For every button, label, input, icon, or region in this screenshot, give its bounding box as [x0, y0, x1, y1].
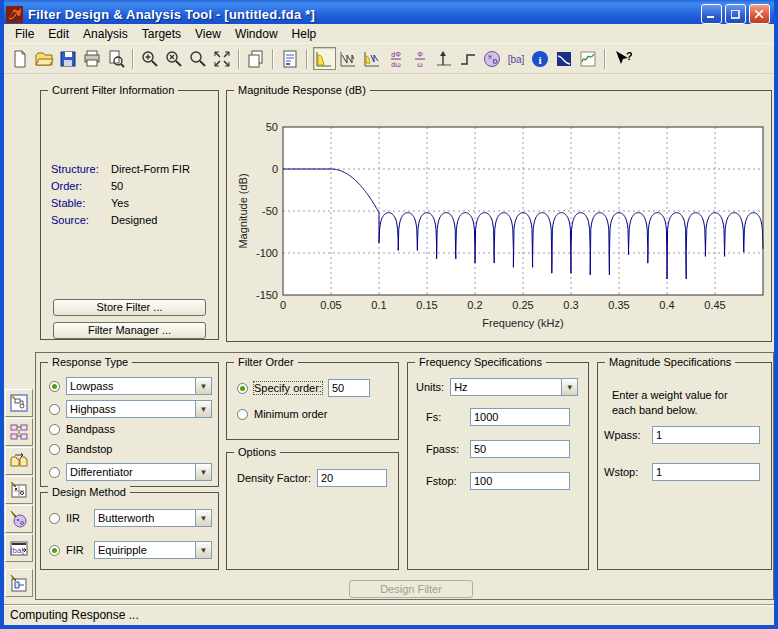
- zoom-in-icon[interactable]: [139, 47, 162, 70]
- svg-text:0.15: 0.15: [416, 299, 437, 311]
- fir-radio[interactable]: [49, 545, 60, 556]
- design-filter-button[interactable]: Design Filter: [349, 580, 473, 598]
- bandstop-radio[interactable]: [49, 444, 60, 455]
- pole-zero-icon[interactable]: [481, 47, 504, 70]
- lowpass-dropdown[interactable]: Lowpass▼: [66, 377, 212, 395]
- noise-psd-icon[interactable]: [577, 47, 600, 70]
- window-title: Filter Design & Analysis Tool - [untitle…: [28, 7, 315, 22]
- print-icon[interactable]: [81, 47, 104, 70]
- highpass-radio[interactable]: [49, 404, 60, 415]
- dropdown-value: Lowpass: [67, 380, 195, 392]
- open-file-icon[interactable]: [33, 47, 56, 70]
- save-icon[interactable]: [57, 47, 80, 70]
- toolbar: dΦdωΦω[ba]i?: [4, 44, 774, 74]
- dropdown-value: Highpass: [67, 403, 195, 415]
- units-dropdown[interactable]: Hz ▼: [450, 378, 578, 396]
- realize-model-icon[interactable]: [ba]: [5, 534, 33, 562]
- filter-manager-button[interactable]: Filter Manager ...: [53, 322, 206, 339]
- phase-delay-icon[interactable]: Φω: [409, 47, 432, 70]
- fpass-input[interactable]: [470, 440, 570, 458]
- print-to-figure-icon[interactable]: [245, 47, 268, 70]
- toolbar-separator: [132, 49, 134, 69]
- help-icon[interactable]: ?: [611, 47, 634, 70]
- bandpass-radio[interactable]: [49, 424, 60, 435]
- pole-zero-editor-icon[interactable]: [5, 476, 33, 504]
- import-filter-icon[interactable]: [5, 447, 33, 475]
- info-label: Order:: [51, 180, 111, 192]
- print-preview-icon[interactable]: [105, 47, 128, 70]
- differentiator-radio[interactable]: [49, 467, 60, 478]
- specify-order-input[interactable]: [328, 379, 370, 397]
- filter-info-rows: Structure:Direct-Form FIROrder:50Stable:…: [51, 163, 190, 231]
- step-response-icon[interactable]: [457, 47, 480, 70]
- minimize-button[interactable]: [701, 4, 722, 24]
- menu-edit[interactable]: Edit: [41, 25, 76, 43]
- zoom-out-icon[interactable]: [163, 47, 186, 70]
- chevron-down-icon[interactable]: ▼: [561, 379, 577, 395]
- multirate-filter-icon[interactable]: [5, 389, 33, 417]
- phase-response-icon[interactable]: [337, 47, 360, 70]
- fstop-input[interactable]: [470, 472, 570, 490]
- iir-radio[interactable]: [49, 513, 60, 524]
- new-file-icon[interactable]: [9, 47, 32, 70]
- svg-text:-150: -150: [256, 289, 278, 301]
- toolbar-separator: [604, 49, 606, 69]
- units-label: Units:: [416, 381, 444, 393]
- svg-text:0: 0: [280, 299, 286, 311]
- minimum-order-radio[interactable]: [237, 409, 248, 420]
- dropdown-value: Equiripple: [95, 544, 195, 556]
- filter-specifications-icon[interactable]: [279, 47, 302, 70]
- close-button[interactable]: [749, 4, 770, 24]
- magnitude-estimate-icon[interactable]: [553, 47, 576, 70]
- chevron-down-icon[interactable]: ▼: [195, 464, 211, 480]
- menu-view[interactable]: View: [188, 25, 228, 43]
- info-label: Source:: [51, 214, 111, 226]
- density-factor-input[interactable]: [317, 469, 387, 487]
- menu-window[interactable]: Window: [228, 25, 285, 43]
- chevron-down-icon[interactable]: ▼: [195, 378, 211, 394]
- fs-input[interactable]: [470, 408, 570, 426]
- store-filter-button[interactable]: Store Filter ...: [53, 299, 206, 316]
- svg-text:[ba]: [ba]: [508, 54, 525, 65]
- specify-order-radio[interactable]: [237, 383, 248, 394]
- chevron-down-icon[interactable]: ▼: [195, 542, 211, 558]
- menu-targets[interactable]: Targets: [135, 25, 188, 43]
- magnitude-phase-icon[interactable]: [361, 47, 384, 70]
- response-type-panel: Response Type Lowpass▼Highpass▼BandpassB…: [40, 362, 219, 487]
- filter-information-icon[interactable]: i: [529, 47, 552, 70]
- chevron-down-icon[interactable]: ▼: [195, 401, 211, 417]
- menu-file[interactable]: File: [8, 25, 41, 43]
- svg-text:Frequency (kHz): Frequency (kHz): [482, 317, 563, 329]
- menu-analysis[interactable]: Analysis: [76, 25, 135, 43]
- menu-help[interactable]: Help: [285, 25, 324, 43]
- transform-filter-icon[interactable]: [5, 418, 33, 446]
- magnitude-response-plot: 500-50-100-15000.050.10.150.20.250.30.35…: [227, 91, 771, 341]
- fir-method-dropdown[interactable]: Equiripple▼: [94, 541, 212, 559]
- highpass-dropdown[interactable]: Highpass▼: [66, 400, 212, 418]
- svg-text:0.3: 0.3: [563, 299, 578, 311]
- panel-title: Options: [234, 446, 280, 458]
- wstop-input[interactable]: [652, 463, 760, 481]
- panel-title: Magnitude Specifications: [605, 356, 735, 368]
- svg-text:0.2: 0.2: [467, 299, 482, 311]
- chevron-down-icon[interactable]: ▼: [195, 510, 211, 526]
- lowpass-radio[interactable]: [49, 381, 60, 392]
- panel-title: Response Type: [48, 356, 132, 368]
- svg-text:dω: dω: [391, 61, 401, 68]
- wpass-input[interactable]: [652, 426, 760, 444]
- quantization-icon[interactable]: [5, 505, 33, 533]
- filter-coefficients-icon[interactable]: [ba]: [505, 47, 528, 70]
- impulse-response-icon[interactable]: [433, 47, 456, 70]
- iir-method-dropdown[interactable]: Butterworth▼: [94, 509, 212, 527]
- design-filter-icon[interactable]: [5, 569, 33, 597]
- differentiator-dropdown[interactable]: Differentiator▼: [66, 463, 212, 481]
- toolbar-separator: [238, 49, 240, 69]
- group-delay-icon[interactable]: dΦdω: [385, 47, 408, 70]
- current-filter-info-panel: Current Filter Information Structure:Dir…: [40, 90, 219, 340]
- panel-title: Current Filter Information: [48, 84, 178, 96]
- zoom-restore-icon[interactable]: [187, 47, 210, 70]
- full-view-icon[interactable]: [211, 47, 234, 70]
- svg-text:Magnitude (dB): Magnitude (dB): [237, 173, 249, 248]
- maximize-button[interactable]: [725, 4, 746, 24]
- magnitude-response-icon[interactable]: [313, 47, 336, 70]
